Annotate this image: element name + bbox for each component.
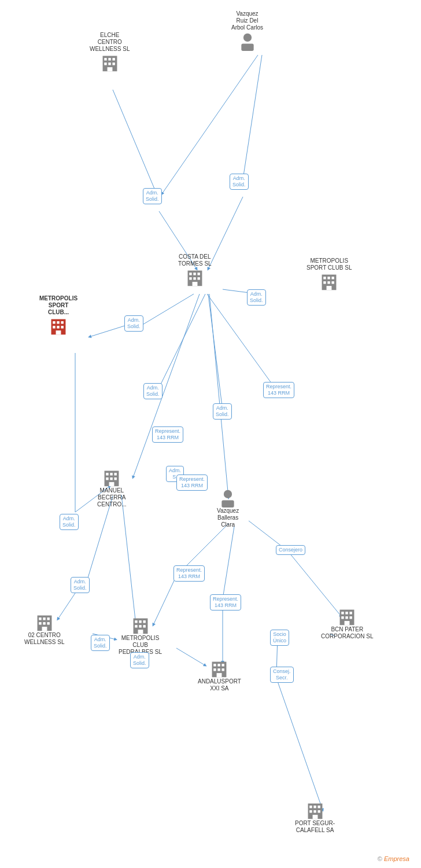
edge-label-adm-solid-1: Adm.Solid. (143, 188, 162, 204)
svg-rect-93 (214, 668, 216, 671)
footer: © Empresa (378, 855, 409, 862)
node-label-manuel: MANUEL BECERRA CENTRO... (97, 487, 127, 508)
svg-line-11 (207, 294, 275, 388)
svg-rect-78 (43, 622, 45, 624)
svg-rect-60 (57, 326, 59, 328)
building-icon-metropolis-top (320, 273, 338, 291)
svg-rect-56 (53, 321, 55, 323)
svg-line-1 (243, 55, 262, 179)
building-icon-andalusport (210, 660, 228, 678)
svg-rect-106 (309, 806, 312, 808)
svg-line-9 (208, 294, 223, 411)
svg-rect-41 (193, 273, 195, 275)
node-label-bcn-pater: BCN PATER CORPORACION SL (321, 626, 374, 640)
svg-rect-86 (139, 625, 141, 627)
svg-rect-94 (218, 668, 220, 671)
svg-rect-44 (193, 277, 195, 279)
svg-rect-43 (189, 277, 191, 279)
svg-rect-104 (345, 621, 350, 625)
node-label-metropolis-main: METROPOLIS SPORT CLUB... (39, 295, 77, 316)
svg-rect-77 (39, 622, 41, 624)
svg-rect-96 (217, 673, 222, 677)
footer-brand: Empresa (384, 855, 409, 862)
svg-rect-30 (241, 44, 253, 51)
footer-copy: © (378, 855, 384, 862)
svg-rect-40 (189, 273, 191, 275)
edge-label-adm-solid-5: Adm.Solid. (143, 383, 163, 399)
node-label-balleras: Vazquez Balleras Clara (217, 507, 239, 528)
svg-line-2 (208, 197, 243, 269)
svg-rect-92 (222, 664, 224, 666)
node-costa-del-tormes[interactable]: COSTA DEL TORMES SL (178, 253, 212, 287)
node-label-elche-centro: ELCHE CENTRO WELLNESS SL (90, 32, 130, 53)
node-label-02-centro: 02 CENTRO WELLNESS SL (24, 632, 64, 646)
svg-rect-70 (109, 482, 115, 486)
svg-rect-33 (108, 58, 110, 60)
svg-rect-102 (346, 616, 348, 619)
svg-rect-53 (332, 281, 334, 284)
node-02-centro[interactable]: 02 CENTRO WELLNESS SL (24, 613, 64, 647)
building-icon-costa (186, 269, 204, 287)
building-icon-port-segur (306, 801, 324, 820)
svg-rect-75 (43, 617, 45, 620)
node-metropolis-sport-top[interactable]: METROPOLIS SPORT CLUB SL (306, 258, 352, 291)
svg-rect-107 (313, 806, 316, 808)
edge-label-consejero: Consejero (276, 545, 305, 555)
node-port-segur[interactable]: PORT SEGUR- CALAFELL SA (295, 801, 335, 835)
edge-label-adm-solid-2: Adm.Solid. (230, 174, 249, 190)
svg-rect-32 (104, 58, 106, 60)
node-andalusport[interactable]: ANDALUSPORT XXI SA (198, 660, 241, 693)
person-icon-balleras (219, 489, 237, 507)
svg-rect-48 (324, 277, 326, 279)
svg-rect-37 (112, 62, 115, 65)
svg-line-8 (156, 294, 205, 393)
edge-label-adm-solid-4: Adm.Solid. (124, 315, 143, 332)
svg-rect-66 (115, 473, 117, 475)
svg-rect-103 (350, 616, 352, 619)
svg-line-0 (162, 55, 258, 194)
node-manuel-becerra[interactable]: MANUEL BECERRA CENTRO... (97, 469, 127, 509)
edge-label-adm-solid-10: Adm.Solid. (130, 652, 149, 668)
node-metropolis-sport-main[interactable]: METROPOLIS SPORT CLUB... (39, 295, 77, 336)
building-icon-elche (101, 54, 119, 72)
svg-rect-100 (350, 612, 352, 614)
svg-rect-111 (317, 810, 320, 812)
node-label-andalusport: ANDALUSPORT XXI SA (198, 678, 241, 692)
svg-rect-49 (328, 277, 330, 279)
svg-line-20 (223, 527, 234, 599)
person-icon-vazquez-ruiz (238, 32, 257, 51)
svg-line-3 (113, 90, 159, 200)
node-vazquez-ruiz[interactable]: Vazquez Ruiz Del Arbol Carlos (231, 10, 263, 51)
edge-label-adm-solid-3: Adm.Solid. (247, 289, 266, 306)
svg-line-26 (276, 678, 323, 810)
edge-label-consej-secr: Consej.Secr. (270, 667, 294, 683)
building-icon-bcn-pater (338, 608, 356, 626)
svg-rect-67 (106, 477, 109, 480)
node-label-port-segur: PORT SEGUR- CALAFELL SA (295, 820, 335, 834)
building-icon-manuel (102, 469, 121, 487)
svg-rect-64 (106, 473, 109, 475)
svg-rect-99 (346, 612, 348, 614)
edge-label-represent-4: Represent.143 RRM (173, 565, 205, 582)
svg-line-10 (209, 294, 228, 498)
svg-rect-35 (104, 62, 106, 65)
edge-label-represent-3: Represent.143 RRM (176, 475, 208, 491)
svg-rect-65 (110, 473, 113, 475)
node-vazquez-balleras[interactable]: Vazquez Balleras Clara (217, 489, 239, 529)
node-bcn-pater[interactable]: BCN PATER CORPORACION SL (321, 608, 374, 641)
node-metropolis-pedralbes[interactable]: METROPOLIS CLUB PEDRALBES SL (119, 616, 162, 657)
svg-rect-76 (47, 617, 49, 620)
edge-label-adm-solid-7: Adm.Solid. (60, 514, 79, 530)
svg-rect-108 (317, 806, 320, 808)
svg-line-17 (121, 495, 136, 625)
svg-rect-82 (135, 620, 137, 623)
svg-rect-52 (328, 281, 330, 284)
svg-rect-101 (342, 616, 344, 619)
node-elche-centro[interactable]: ELCHE CENTRO WELLNESS SL (90, 32, 130, 72)
svg-rect-88 (138, 630, 143, 634)
svg-rect-59 (53, 326, 55, 328)
svg-rect-62 (56, 330, 61, 334)
edge-label-represent-1: Represent.143 RRM (263, 382, 294, 398)
svg-rect-42 (197, 273, 200, 275)
svg-rect-84 (143, 620, 145, 623)
